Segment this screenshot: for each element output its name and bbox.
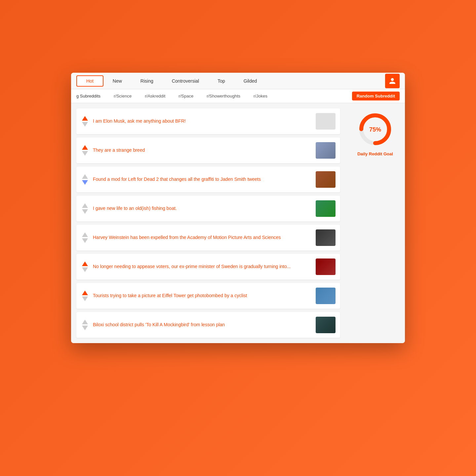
user-icon (389, 77, 396, 85)
downvote-button[interactable] (82, 209, 88, 214)
table-row: Found a mod for Left for Dead 2 that cha… (76, 167, 340, 192)
post-thumbnail (316, 317, 336, 333)
post-title[interactable]: Found a mod for Left for Dead 2 that cha… (93, 176, 312, 183)
post-thumbnail (316, 258, 336, 275)
vote-arrows-5 (81, 232, 89, 243)
post-thumbnail (316, 288, 336, 304)
upvote-button[interactable] (82, 145, 88, 150)
daily-goal-label: Daily Reddit Goal (357, 151, 393, 156)
donut-chart: 75% (357, 111, 393, 147)
user-icon-button[interactable] (385, 74, 400, 88)
post-thumbnail (316, 113, 336, 130)
upvote-button[interactable] (82, 116, 88, 121)
upvote-button[interactable] (82, 261, 88, 266)
sidebar: 75% Daily Reddit Goal (345, 103, 405, 343)
post-thumbnail (316, 200, 336, 217)
nav-tabs: Hot New Rising Controversial Top Gilded (76, 73, 266, 89)
tab-rising[interactable]: Rising (131, 73, 163, 89)
table-row: Tourists trying to take a picture at Eif… (76, 283, 340, 309)
post-title[interactable]: I gave new life to an old(ish) fishing b… (93, 205, 312, 212)
post-feed: I am Elon Musk, ask me anything about BF… (71, 103, 345, 343)
downvote-button[interactable] (82, 122, 88, 127)
post-title[interactable]: Tourists trying to take a picture at Eif… (93, 293, 312, 299)
subreddit-link-jokes[interactable]: r/Jokes (247, 89, 274, 103)
vote-arrows-4 (81, 203, 89, 214)
subreddit-link-askreddit[interactable]: r/Askreddit (138, 89, 172, 103)
subreddit-link-space[interactable]: r/Space (172, 89, 200, 103)
post-title[interactable]: They are a strange breed (93, 147, 312, 154)
upvote-button[interactable] (82, 320, 88, 324)
vote-arrows-2 (81, 145, 89, 156)
tab-controversial[interactable]: Controversial (163, 73, 208, 89)
main-content: I am Elon Musk, ask me anything about BF… (71, 103, 405, 343)
tab-gilded[interactable]: Gilded (234, 73, 266, 89)
vote-arrows-3 (81, 174, 89, 185)
upvote-button[interactable] (82, 203, 88, 208)
upvote-button[interactable] (82, 232, 88, 237)
tab-new[interactable]: New (103, 73, 131, 89)
downvote-button[interactable] (82, 267, 88, 272)
subreddit-link-science[interactable]: r/Science (107, 89, 138, 103)
table-row: Biloxi school district pulls 'To Kill A … (76, 312, 340, 338)
random-subreddit-button[interactable]: Random Subreddit (352, 92, 400, 100)
downvote-button[interactable] (82, 238, 88, 243)
post-title[interactable]: Harvey Weinstein has been expelled from … (93, 234, 312, 241)
subreddit-link-showerthoughts[interactable]: r/Showerthoughts (200, 89, 247, 103)
daily-goal-widget: 75% Daily Reddit Goal (357, 111, 393, 156)
downvote-button[interactable] (82, 180, 88, 185)
post-thumbnail (316, 142, 336, 159)
post-title[interactable]: I am Elon Musk, ask me anything about BF… (93, 118, 312, 125)
downvote-button[interactable] (82, 297, 88, 301)
vote-arrows-6 (81, 261, 89, 272)
post-title[interactable]: Biloxi school district pulls 'To Kill A … (93, 322, 312, 328)
donut-percent-text: 75% (369, 126, 381, 133)
browser-window: Hot New Rising Controversial Top Gilded … (71, 73, 405, 343)
nav-bar: Hot New Rising Controversial Top Gilded (71, 73, 405, 89)
table-row: They are a strange breed (76, 138, 340, 163)
subreddit-bar-label: g Subreddits (76, 94, 100, 99)
upvote-button[interactable] (82, 174, 88, 179)
vote-arrows-7 (81, 291, 89, 301)
subreddit-bar: g Subreddits r/Science r/Askreddit r/Spa… (71, 89, 405, 103)
table-row: No longer needing to appease voters, our… (76, 254, 340, 280)
post-title[interactable]: No longer needing to appease voters, our… (93, 263, 312, 270)
table-row: I gave new life to an old(ish) fishing b… (76, 196, 340, 221)
downvote-button[interactable] (82, 151, 88, 156)
tab-hot[interactable]: Hot (76, 75, 103, 87)
tab-top[interactable]: Top (208, 73, 234, 89)
table-row: Harvey Weinstein has been expelled from … (76, 225, 340, 251)
vote-arrows-8 (81, 320, 89, 330)
downvote-button[interactable] (82, 326, 88, 330)
table-row: I am Elon Musk, ask me anything about BF… (76, 108, 340, 134)
post-thumbnail (316, 229, 336, 246)
vote-arrows-1 (81, 116, 89, 127)
upvote-button[interactable] (82, 291, 88, 295)
post-thumbnail (316, 171, 336, 188)
